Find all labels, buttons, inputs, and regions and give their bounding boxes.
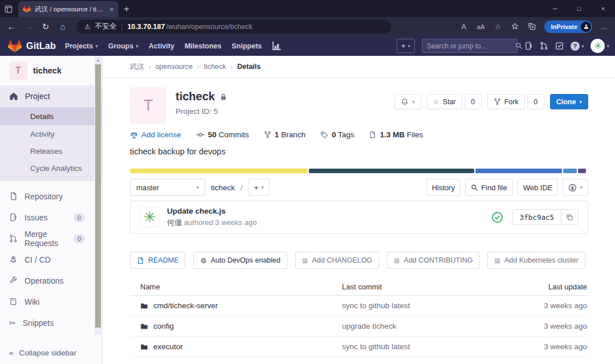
sidebar-item-activity[interactable]: Activity <box>0 125 102 142</box>
readme-button[interactable]: README <box>130 252 185 269</box>
breadcrumb-group[interactable]: 武汉 <box>130 62 144 72</box>
refresh-button[interactable]: ↻ <box>38 19 54 35</box>
notification-setting-button[interactable]: ▾ <box>394 94 421 109</box>
scrollbar-thumb[interactable] <box>95 64 101 328</box>
nav-snippets[interactable]: Snippets <box>232 42 262 50</box>
nav-projects[interactable]: Projects▾ <box>65 42 98 50</box>
sidebar-item-merge-requests[interactable]: Merge Requests 0 <box>0 228 102 249</box>
add-changelog-button[interactable]: ⊞ Add CHANGELOG <box>295 252 379 269</box>
read-aloud-icon[interactable]: A <box>457 19 471 34</box>
sidebar-context[interactable]: T ticheck <box>0 56 102 85</box>
language-bar[interactable] <box>130 169 588 173</box>
file-commit-message[interactable]: sync to github latest <box>342 301 507 310</box>
add-license-link[interactable]: Add license <box>130 130 181 139</box>
star-count[interactable]: 0 <box>465 94 482 109</box>
auto-devops-button[interactable]: ⚙ Auto DevOps enabled <box>193 252 287 269</box>
scroll-up-icon[interactable]: ▲ <box>95 57 101 64</box>
table-row[interactable]: internal sync to github latest 3 weeks a… <box>130 357 588 364</box>
sidebar-item-wiki[interactable]: Wiki <box>0 291 102 312</box>
tab-actions-icon[interactable] <box>0 1 17 17</box>
translate-icon[interactable]: aA <box>474 19 488 34</box>
file-commit-message[interactable]: upgrade ticheck <box>342 322 507 330</box>
nav-milestones[interactable]: Milestones <box>185 42 222 50</box>
close-button[interactable]: × <box>591 0 615 17</box>
sidebar-item-project[interactable]: Project <box>0 85 102 107</box>
lock-icon <box>219 93 227 101</box>
license-scale-icon <box>130 131 138 139</box>
global-search[interactable] <box>422 39 518 53</box>
todos-nav-icon[interactable] <box>555 42 564 50</box>
web-ide-button[interactable]: Web IDE <box>518 179 559 196</box>
sidebar-item-operations[interactable]: Operations <box>0 270 102 291</box>
history-button[interactable]: History <box>426 179 461 196</box>
help-menu[interactable]: ? ▾ <box>571 42 584 51</box>
branch-selector[interactable]: master ▾ <box>130 179 205 196</box>
inprivate-badge[interactable]: InPrivate <box>544 21 592 33</box>
address-bar[interactable]: ⚠ 不安全 | 10.3.70.187 /wuhan/opensource/ti… <box>76 20 391 34</box>
file-name[interactable]: executor <box>153 342 183 351</box>
clone-button[interactable]: Clone ▾ <box>550 94 588 109</box>
forward-button[interactable]: → <box>21 19 36 35</box>
settings-more-icon[interactable]: … <box>597 19 612 34</box>
sidebar-scrollbar[interactable]: ▲ <box>95 57 101 335</box>
fork-button[interactable]: Fork <box>487 94 525 109</box>
find-file-button[interactable]: Find file <box>465 179 513 196</box>
add-kubernetes-cluster-button[interactable]: ⊞ Add Kubernetes cluster <box>487 252 585 269</box>
breadcrumb-subgroup[interactable]: opensource <box>156 63 193 71</box>
commits-stat[interactable]: 50 Commits <box>196 130 249 139</box>
browser-tab[interactable]: 武汉 / opensource / ticheck · Git × <box>18 1 119 17</box>
star-button[interactable]: ☆ Star <box>427 94 462 109</box>
maximize-button[interactable]: □ <box>567 0 591 17</box>
collapse-sidebar-button[interactable]: « Collapse sidebar <box>0 341 102 364</box>
commit-author[interactable]: 何傲 <box>167 218 182 227</box>
nav-activity[interactable]: Activity <box>149 42 174 50</box>
sidebar-item-ci-cd[interactable]: CI / CD <box>0 249 102 270</box>
sidebar-item-details[interactable]: Details <box>0 107 102 125</box>
new-menu-button[interactable]: +▾ <box>397 39 415 53</box>
gitlab-brand[interactable]: GitLab <box>8 39 56 53</box>
sidebar-item-repository[interactable]: Repository <box>0 186 102 207</box>
table-header: Name Last commit Last update <box>130 278 588 296</box>
back-button[interactable]: ← <box>3 19 19 35</box>
nav-groups[interactable]: Groups▾ <box>108 42 139 50</box>
favorites-bar-icon[interactable] <box>508 19 523 34</box>
sidebar-item-cycle-analytics[interactable]: Cycle Analytics <box>0 159 102 177</box>
branches-stat[interactable]: 1 Branch <box>264 130 306 139</box>
sidebar-item-issues[interactable]: Issues 0 <box>0 207 102 228</box>
table-row[interactable]: config upgrade ticheck 3 weeks ago <box>130 316 588 337</box>
repo-path-root[interactable]: ticheck <box>211 183 235 192</box>
tab-close-icon[interactable]: × <box>109 5 114 14</box>
minimize-button[interactable]: ─ <box>543 0 567 17</box>
download-button[interactable]: ▾ <box>563 179 588 196</box>
pipeline-status-icon[interactable] <box>491 211 503 223</box>
user-menu[interactable]: ✳ ▾ <box>590 39 609 53</box>
sidebar-item-snippets[interactable]: ✂ Snippets <box>0 312 102 333</box>
add-file-button[interactable]: + ▾ <box>249 179 270 196</box>
merge-requests-nav-icon[interactable] <box>540 42 548 50</box>
file-commit-message[interactable]: sync to github latest <box>342 342 507 351</box>
commit-title-link[interactable]: Update check.js <box>167 207 257 215</box>
copy-sha-button[interactable] <box>561 210 578 224</box>
star-icon: ☆ <box>433 97 439 106</box>
tags-stat[interactable]: 0 Tags <box>320 130 355 139</box>
security-label[interactable]: 不安全 <box>95 22 117 31</box>
gitlab-favicon <box>23 5 31 13</box>
chart-icon[interactable] <box>272 41 282 51</box>
table-row[interactable]: cmd/ticheck-server sync to github latest… <box>130 296 588 316</box>
commit-sha[interactable]: 3fbc9ac5 <box>513 210 561 224</box>
new-tab-button[interactable]: + <box>119 1 135 17</box>
table-row[interactable]: executor sync to github latest 3 weeks a… <box>130 337 588 357</box>
home-button[interactable]: ⌂ <box>55 19 71 35</box>
issues-nav-icon[interactable] <box>524 42 533 50</box>
files-stat[interactable]: 1.3 MB Files <box>369 130 423 139</box>
add-favorite-icon[interactable]: ☆ <box>491 19 506 34</box>
sidebar-item-releases[interactable]: Releases <box>0 142 102 159</box>
collections-icon[interactable] <box>525 19 540 34</box>
fork-count[interactable]: 0 <box>527 94 544 109</box>
breadcrumb-project[interactable]: ticheck <box>204 63 226 71</box>
add-contributing-button[interactable]: ⊞ Add CONTRIBUTING <box>387 252 479 269</box>
search-input[interactable] <box>427 42 515 50</box>
file-name[interactable]: cmd/ticheck-server <box>153 301 218 310</box>
browser-toolbar: ← → ↻ ⌂ ⚠ 不安全 | 10.3.70.187 /wuhan/opens… <box>0 17 615 36</box>
file-name[interactable]: config <box>153 322 174 330</box>
